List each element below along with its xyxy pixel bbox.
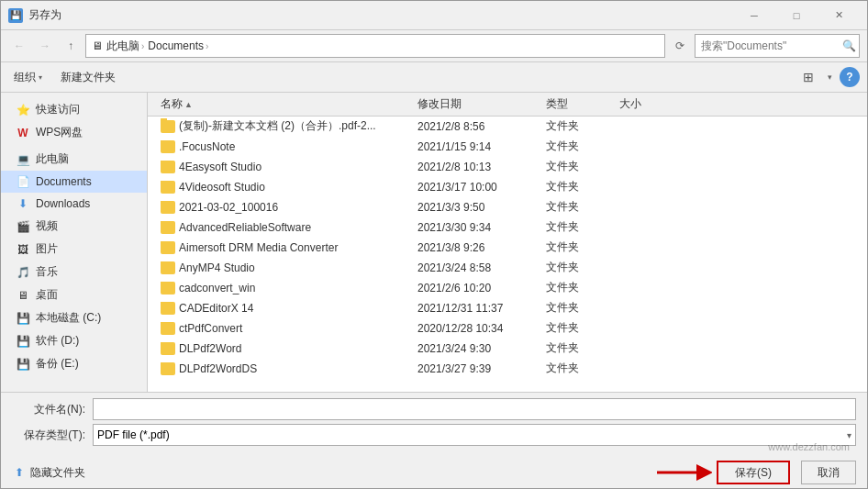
sidebar-item-downloads[interactable]: ⬇ Downloads [1, 193, 147, 215]
music-icon: 🎵 [16, 265, 30, 280]
file-date: 2021/3/24 9:30 [412, 342, 540, 355]
file-type: 文件夹 [540, 260, 614, 275]
col-header-name[interactable]: 名称 ▲ [155, 93, 412, 116]
table-row[interactable]: cadconvert_win 2021/2/6 10:20 文件夹 [148, 278, 867, 298]
pictures-icon: 🖼 [16, 242, 30, 257]
folder-icon [161, 201, 175, 214]
hide-icon: ⬆ [12, 465, 27, 480]
organize-arrow: ▾ [39, 73, 42, 82]
search-icon: 🔍 [842, 39, 856, 52]
table-row[interactable]: ctPdfConvert 2020/12/28 10:34 文件夹 [148, 318, 867, 339]
watermark: www.dezzfan.com [768, 441, 850, 452]
toolbar: 组织 ▾ 新建文件夹 ⊞ ▾ ? [1, 62, 867, 93]
file-name: AnyMP4 Studio [179, 261, 255, 274]
star-icon: ⭐ [16, 103, 30, 117]
file-date: 2021/1/15 9:14 [412, 140, 540, 153]
table-row[interactable]: .FocusNote 2021/1/15 9:14 文件夹 [148, 137, 867, 157]
save-button[interactable]: 保存(S) [717, 461, 790, 484]
address-bar-area: ← → ↑ 🖥 此电脑 › Documents › ⟳ 🔍 [1, 30, 867, 62]
file-date: 2021/2/8 8:56 [412, 120, 540, 133]
drive-e-icon: 💾 [16, 357, 30, 372]
file-date: 2021/3/27 9:39 [412, 362, 540, 375]
organize-button[interactable]: 组织 ▾ [8, 67, 48, 88]
back-button[interactable]: ← [8, 35, 30, 57]
file-name: cadconvert_win [179, 282, 255, 295]
file-name: 4Videosoft Studio [179, 181, 265, 194]
sidebar-item-documents[interactable]: 📄 Documents [1, 171, 147, 193]
drive-c-icon: 💾 [16, 311, 30, 326]
sidebar-item-drive-c[interactable]: 💾 本地磁盘 (C:) [1, 306, 147, 329]
breadcrumb-icon: 🖥 [92, 39, 103, 52]
refresh-button[interactable]: ⟳ [669, 35, 691, 57]
table-row[interactable]: DLPdf2WordDS 2021/3/27 9:39 文件夹 [148, 359, 867, 379]
sidebar-item-videos[interactable]: 🎬 视频 [1, 215, 147, 238]
folder-icon [161, 342, 175, 355]
pc-icon: 💻 [16, 152, 30, 167]
table-row[interactable]: AdvancedReliableSoftware 2021/3/30 9:34 … [148, 217, 867, 238]
sidebar-item-desktop[interactable]: 🖥 桌面 [1, 283, 147, 306]
table-row[interactable]: Aimersoft DRM Media Converter 2021/3/8 9… [148, 238, 867, 258]
hide-folders-button[interactable]: ⬆ 隐藏文件夹 [12, 465, 85, 481]
file-name: DLPdf2WordDS [179, 362, 257, 375]
filetype-label: 保存类型(T): [12, 428, 85, 443]
breadcrumb-pc: 此电脑 › [106, 39, 144, 54]
folder-icon [161, 322, 175, 335]
table-row[interactable]: (复制)-新建文本文档 (2)（合并）.pdf-2... 2021/2/8 8:… [148, 117, 867, 137]
table-row[interactable]: 4Videosoft Studio 2021/3/17 10:00 文件夹 [148, 177, 867, 197]
minimize-button[interactable]: ─ [733, 1, 775, 30]
sidebar-item-pictures[interactable]: 🖼 图片 [1, 238, 147, 261]
window-controls: ─ □ ✕ [733, 1, 860, 30]
search-box[interactable]: 🔍 [695, 34, 860, 58]
file-type: 文件夹 [540, 300, 614, 316]
folder-icon [161, 161, 175, 173]
file-name: AdvancedReliableSoftware [179, 221, 311, 234]
col-header-date[interactable]: 修改日期 [412, 93, 540, 116]
cancel-button[interactable]: 取消 [801, 461, 856, 484]
file-date: 2021/3/3 9:50 [412, 201, 540, 214]
table-row[interactable]: 4Easysoft Studio 2021/2/8 10:13 文件夹 [148, 157, 867, 177]
maximize-button[interactable]: □ [775, 1, 818, 30]
address-breadcrumb[interactable]: 🖥 此电脑 › Documents › [85, 34, 665, 58]
sidebar-item-wps[interactable]: W WPS网盘 [1, 121, 147, 144]
search-input[interactable] [701, 39, 839, 52]
folder-icon [161, 362, 175, 375]
col-header-size[interactable]: 大小 [614, 93, 687, 116]
file-type: 文件夹 [540, 118, 614, 134]
file-list-header: 名称 ▲ 修改日期 类型 大小 [148, 93, 867, 117]
title-bar: 💾 另存为 ─ □ ✕ [1, 1, 867, 30]
file-name: 4Easysoft Studio [179, 161, 262, 173]
file-type: 文件夹 [540, 340, 614, 356]
file-date: 2021/3/17 10:00 [412, 181, 540, 194]
view-button[interactable]: ⊞ [796, 65, 820, 89]
filename-input[interactable] [93, 398, 856, 420]
close-button[interactable]: ✕ [818, 1, 860, 30]
table-row[interactable]: CADEditorX 14 2021/12/31 11:37 文件夹 [148, 298, 867, 318]
file-type: 文件夹 [540, 179, 614, 194]
wps-icon: W [16, 126, 30, 140]
up-button[interactable]: ↑ [60, 35, 82, 57]
table-row[interactable]: 2021-03-02_100016 2021/3/3 9:50 文件夹 [148, 197, 867, 217]
breadcrumb-documents: Documents › [148, 39, 208, 52]
sidebar-section-1: ⭐ 快速访问 W WPS网盘 [1, 96, 147, 146]
sidebar-item-drive-e[interactable]: 💾 备份 (E:) [1, 352, 147, 375]
col-header-type[interactable]: 类型 [540, 93, 614, 116]
sidebar-item-music[interactable]: 🎵 音乐 [1, 261, 147, 283]
table-row[interactable]: DLPdf2Word 2021/3/24 9:30 文件夹 [148, 339, 867, 359]
filename-label: 文件名(N): [12, 402, 85, 417]
sort-arrow-icon: ▲ [184, 100, 193, 109]
new-folder-button[interactable]: 新建文件夹 [55, 67, 121, 88]
table-row[interactable]: AnyMP4 Studio 2021/3/24 8:58 文件夹 [148, 258, 867, 278]
file-type: 文件夹 [540, 361, 614, 376]
help-button[interactable]: ? [840, 67, 860, 87]
file-name: DLPdf2Word [179, 342, 241, 355]
sidebar-item-drive-d[interactable]: 💾 软件 (D:) [1, 329, 147, 352]
sidebar-item-quickaccess[interactable]: ⭐ 快速访问 [1, 98, 147, 121]
file-name: .FocusNote [179, 140, 235, 153]
file-date: 2021/2/8 10:13 [412, 161, 540, 173]
forward-button[interactable]: → [34, 35, 56, 57]
file-type: 文件夹 [540, 320, 614, 336]
action-row: ⬆ 隐藏文件夹 保存(S) 取消 [1, 455, 867, 488]
filetype-select[interactable]: PDF file (*.pdf) ▾ [93, 424, 856, 446]
file-list: (复制)-新建文本文档 (2)（合并）.pdf-2... 2021/2/8 8:… [148, 117, 867, 392]
sidebar-item-pc[interactable]: 💻 此电脑 [1, 148, 147, 171]
